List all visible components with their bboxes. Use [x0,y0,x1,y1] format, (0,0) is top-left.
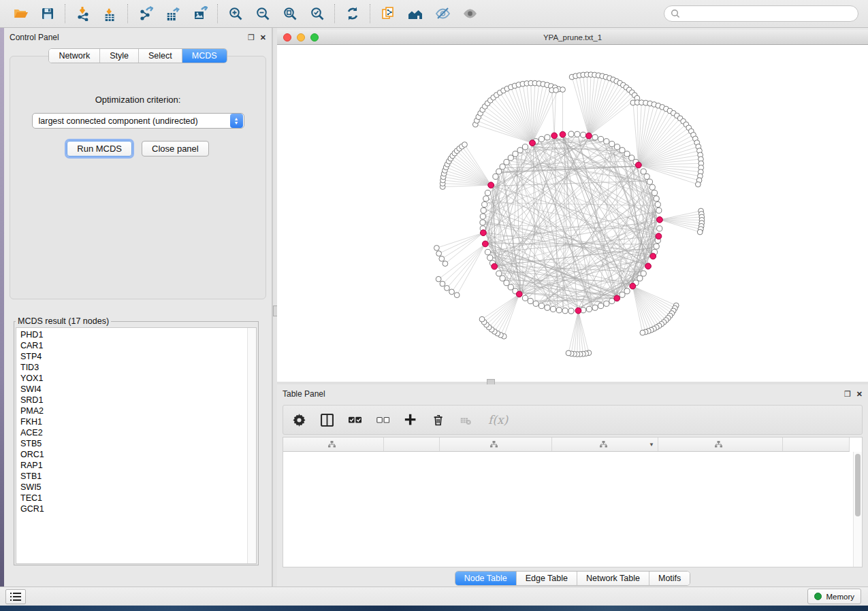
cell-MCDS-role[interactable] [440,495,552,506]
mcds-node[interactable] [551,133,558,139]
cell-shared-name[interactable] [283,495,384,506]
tab-network-table[interactable]: Network Table [577,572,649,585]
ring-node[interactable] [654,244,659,249]
ring-node[interactable] [629,155,634,161]
ring-node[interactable] [647,179,652,184]
cell-name[interactable] [384,463,440,474]
cell-name[interactable] [384,517,440,528]
mcds-node[interactable] [560,131,566,137]
import-network-button[interactable] [69,3,97,24]
save-session-button[interactable] [34,3,61,24]
ring-node[interactable] [545,305,550,310]
cell-shared-name[interactable] [283,539,384,550]
toggle-column-button[interactable] [321,412,334,428]
mcds-result-item[interactable]: STB1 [20,471,256,482]
ring-node[interactable] [620,292,625,297]
ring-node[interactable] [533,301,539,306]
mcds-result-item[interactable]: PHD1 [20,329,256,340]
export-image-button[interactable] [187,3,214,24]
run-mcds-button[interactable]: Run MCDS [67,141,132,156]
cell-MCDS-role[interactable] [440,528,552,539]
ring-node[interactable] [624,151,630,156]
ring-node[interactable] [641,169,646,174]
cell-predecessor-nodes[interactable] [658,550,783,561]
cell-predecessor-nodes[interactable] [658,528,783,539]
mcds-node[interactable] [586,133,592,139]
memory-button[interactable]: Memory [807,589,861,604]
table-row[interactable] [283,484,850,495]
ring-node[interactable] [620,148,625,153]
export-network-button[interactable] [132,3,159,24]
mcds-node[interactable] [488,182,494,188]
search-input[interactable] [684,8,858,19]
cell-predecessor-nodes[interactable] [658,452,783,463]
ring-node[interactable] [604,139,609,144]
cell-MCDS-role[interactable] [440,506,552,517]
table-row[interactable] [283,474,850,484]
network-window-titlebar[interactable]: YPA_prune.txt_1 [277,30,868,45]
ring-node[interactable] [539,303,544,308]
cell-shared-name[interactable] [283,474,384,484]
cell-successor-nodes[interactable] [552,474,658,484]
table-row[interactable] [283,506,850,517]
cell-name[interactable] [384,528,440,539]
ring-node[interactable] [500,276,505,281]
ring-node[interactable] [586,306,592,312]
leaf-node[interactable] [560,87,566,93]
ring-node[interactable] [562,308,568,314]
leaf-node[interactable] [640,330,645,335]
close-panel-icon[interactable]: ✕ [260,34,266,42]
cell-shared-name[interactable] [283,463,384,474]
ring-node[interactable] [604,301,609,306]
ring-node[interactable] [508,155,513,161]
mcds-result-item[interactable]: TEC1 [20,493,256,503]
refresh-button[interactable] [339,3,366,24]
optimization-criterion-select[interactable]: largest connected component (undirected)… [32,113,244,129]
ring-node[interactable] [654,196,659,201]
mcds-node[interactable] [656,233,662,240]
cell-successor-nodes[interactable] [552,517,658,528]
table-scrollbar[interactable] [853,452,862,567]
cell-predecessor-nodes[interactable] [658,484,783,495]
export-table-button[interactable] [159,3,187,24]
network-canvas[interactable] [277,45,868,382]
mcds-list-scrollbar[interactable] [247,328,256,563]
table-row[interactable] [283,517,850,528]
mcds-node[interactable] [480,230,486,236]
ring-node[interactable] [598,136,603,142]
mcds-result-item[interactable]: PMA2 [20,406,256,416]
maximize-window-icon[interactable] [310,33,319,42]
cell-successor-nodes[interactable] [552,550,658,561]
ring-node[interactable] [556,308,562,313]
ring-node[interactable] [487,255,493,261]
zoom-selected-button[interactable] [304,3,331,24]
ring-node[interactable] [485,190,490,195]
leaf-node[interactable] [697,229,703,235]
add-column-button[interactable] [404,412,417,428]
cell-MCDS-role[interactable] [440,463,552,474]
column-header-MCDS-role[interactable] [440,437,552,452]
ring-node[interactable] [598,303,603,308]
ring-node[interactable] [522,144,528,150]
leaf-node[interactable] [695,182,701,187]
mcds-result-item[interactable]: ORC1 [20,449,256,460]
float-panel-icon[interactable]: ❒ [248,34,255,42]
ring-node[interactable] [652,190,657,195]
zoom-in-button[interactable] [222,3,249,24]
import-table-button[interactable] [97,3,124,24]
cell-name[interactable] [384,452,440,463]
first-neighbors-button[interactable] [402,3,429,24]
ring-node[interactable] [482,201,487,207]
deselect-all-rows-button[interactable] [376,412,389,428]
mcds-node[interactable] [630,283,636,289]
ring-node[interactable] [609,141,615,146]
ring-node[interactable] [624,288,630,294]
cell-MCDS-role[interactable] [440,452,552,463]
cell-predecessor-nodes[interactable] [658,474,783,484]
cell-name[interactable] [384,474,440,484]
ring-node[interactable] [496,169,502,174]
close-panel-button[interactable]: Close panel [142,141,209,156]
leaf-node[interactable] [436,251,442,257]
ring-node[interactable] [575,131,580,137]
cell-name[interactable] [384,550,440,561]
